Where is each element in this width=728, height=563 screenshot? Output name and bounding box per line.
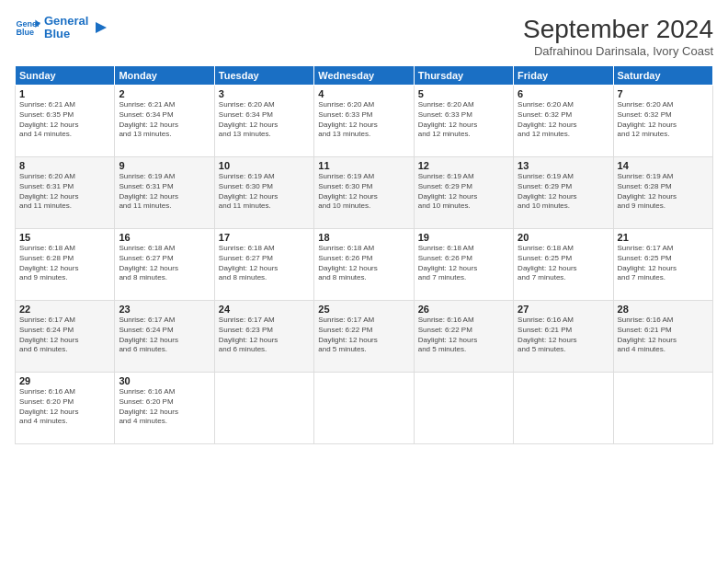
calendar-cell: 21 Sunrise: 6:17 AMSunset: 6:25 PMDaylig… bbox=[613, 229, 712, 301]
day-info: Sunrise: 6:16 AMSunset: 6:21 PMDaylight:… bbox=[518, 316, 609, 355]
calendar-cell: 5 Sunrise: 6:20 AMSunset: 6:33 PMDayligh… bbox=[414, 86, 513, 157]
day-info: Sunrise: 6:20 AMSunset: 6:33 PMDaylight:… bbox=[318, 100, 409, 140]
day-number: 26 bbox=[418, 304, 509, 315]
day-info: Sunrise: 6:18 AMSunset: 6:28 PMDaylight:… bbox=[19, 244, 110, 283]
day-number: 17 bbox=[219, 232, 310, 243]
header-thursday: Thursday bbox=[414, 66, 513, 86]
calendar-cell bbox=[214, 373, 313, 444]
svg-marker-3 bbox=[96, 22, 107, 33]
day-number: 8 bbox=[19, 160, 110, 171]
day-info: Sunrise: 6:20 AMSunset: 6:33 PMDaylight:… bbox=[418, 100, 509, 140]
calendar-cell bbox=[314, 373, 414, 444]
day-number: 12 bbox=[418, 160, 509, 171]
day-info: Sunrise: 6:17 AMSunset: 6:22 PMDaylight:… bbox=[318, 316, 409, 355]
day-info: Sunrise: 6:20 AMSunset: 6:31 PMDaylight:… bbox=[19, 172, 110, 212]
day-info: Sunrise: 6:19 AMSunset: 6:29 PMDaylight:… bbox=[418, 172, 509, 212]
calendar-cell: 13 Sunrise: 6:19 AMSunset: 6:29 PMDaylig… bbox=[514, 157, 613, 229]
calendar-cell: 26 Sunrise: 6:16 AMSunset: 6:22 PMDaylig… bbox=[414, 301, 513, 373]
day-number: 5 bbox=[418, 88, 509, 99]
calendar-cell: 30 Sunrise: 6:16 AMSunset: 6:20 PMDaylig… bbox=[115, 373, 214, 444]
day-number: 29 bbox=[19, 375, 110, 386]
day-info: Sunrise: 6:18 AMSunset: 6:27 PMDaylight:… bbox=[219, 244, 310, 283]
calendar-cell: 6 Sunrise: 6:20 AMSunset: 6:32 PMDayligh… bbox=[514, 86, 613, 157]
day-number: 20 bbox=[518, 232, 609, 243]
page-container: General Blue General Blue September 2024… bbox=[0, 0, 728, 563]
calendar-cell: 4 Sunrise: 6:20 AMSunset: 6:33 PMDayligh… bbox=[314, 86, 414, 157]
day-number: 14 bbox=[618, 160, 709, 171]
day-number: 16 bbox=[119, 232, 210, 243]
day-info: Sunrise: 6:21 AMSunset: 6:34 PMDaylight:… bbox=[119, 100, 210, 140]
day-number: 18 bbox=[318, 232, 409, 243]
day-number: 2 bbox=[119, 88, 210, 99]
day-number: 10 bbox=[219, 160, 310, 171]
day-info: Sunrise: 6:16 AMSunset: 6:20 PMDaylight:… bbox=[119, 387, 210, 427]
svg-text:Blue: Blue bbox=[16, 29, 34, 38]
logo: General Blue General Blue bbox=[15, 15, 110, 41]
calendar-cell: 19 Sunrise: 6:18 AMSunset: 6:26 PMDaylig… bbox=[414, 229, 513, 301]
day-number: 23 bbox=[119, 304, 210, 315]
calendar-cell: 10 Sunrise: 6:19 AMSunset: 6:30 PMDaylig… bbox=[214, 157, 313, 229]
day-info: Sunrise: 6:18 AMSunset: 6:26 PMDaylight:… bbox=[318, 244, 409, 283]
calendar-cell: 28 Sunrise: 6:16 AMSunset: 6:21 PMDaylig… bbox=[613, 301, 712, 373]
day-info: Sunrise: 6:17 AMSunset: 6:23 PMDaylight:… bbox=[219, 316, 310, 355]
calendar-cell: 9 Sunrise: 6:19 AMSunset: 6:31 PMDayligh… bbox=[115, 157, 214, 229]
header: General Blue General Blue September 2024… bbox=[15, 15, 713, 58]
calendar-cell: 3 Sunrise: 6:20 AMSunset: 6:34 PMDayligh… bbox=[214, 86, 313, 157]
day-info: Sunrise: 6:17 AMSunset: 6:25 PMDaylight:… bbox=[618, 244, 709, 283]
day-info: Sunrise: 6:16 AMSunset: 6:22 PMDaylight:… bbox=[418, 316, 509, 355]
calendar-cell: 16 Sunrise: 6:18 AMSunset: 6:27 PMDaylig… bbox=[115, 229, 214, 301]
header-wednesday: Wednesday bbox=[314, 66, 414, 86]
location-subtitle: Dafrahinou Darinsala, Ivory Coast bbox=[523, 44, 713, 58]
calendar-cell: 12 Sunrise: 6:19 AMSunset: 6:29 PMDaylig… bbox=[414, 157, 513, 229]
calendar-cell: 27 Sunrise: 6:16 AMSunset: 6:21 PMDaylig… bbox=[514, 301, 613, 373]
calendar-cell: 22 Sunrise: 6:17 AMSunset: 6:24 PMDaylig… bbox=[16, 301, 115, 373]
day-info: Sunrise: 6:20 AMSunset: 6:32 PMDaylight:… bbox=[618, 100, 709, 140]
day-number: 22 bbox=[19, 304, 110, 315]
day-number: 27 bbox=[518, 304, 609, 315]
logo-text-general: General bbox=[44, 15, 88, 28]
logo-arrow-icon bbox=[92, 18, 110, 37]
day-number: 6 bbox=[518, 88, 609, 99]
day-info: Sunrise: 6:17 AMSunset: 6:24 PMDaylight:… bbox=[119, 316, 210, 355]
header-monday: Monday bbox=[115, 66, 214, 86]
day-info: Sunrise: 6:19 AMSunset: 6:30 PMDaylight:… bbox=[219, 172, 310, 212]
calendar-week-row: 29 Sunrise: 6:16 AMSunset: 6:20 PMDaylig… bbox=[16, 373, 713, 444]
calendar-cell: 2 Sunrise: 6:21 AMSunset: 6:34 PMDayligh… bbox=[115, 86, 214, 157]
calendar-cell: 11 Sunrise: 6:19 AMSunset: 6:30 PMDaylig… bbox=[314, 157, 414, 229]
day-info: Sunrise: 6:21 AMSunset: 6:35 PMDaylight:… bbox=[19, 100, 110, 140]
day-number: 1 bbox=[19, 88, 110, 99]
calendar-cell bbox=[514, 373, 613, 444]
calendar-cell: 25 Sunrise: 6:17 AMSunset: 6:22 PMDaylig… bbox=[314, 301, 414, 373]
calendar-header-row: Sunday Monday Tuesday Wednesday Thursday… bbox=[16, 66, 713, 86]
header-sunday: Sunday bbox=[16, 66, 115, 86]
day-info: Sunrise: 6:19 AMSunset: 6:28 PMDaylight:… bbox=[618, 172, 709, 212]
calendar-cell: 1 Sunrise: 6:21 AMSunset: 6:35 PMDayligh… bbox=[16, 86, 115, 157]
calendar-cell: 14 Sunrise: 6:19 AMSunset: 6:28 PMDaylig… bbox=[613, 157, 712, 229]
day-number: 28 bbox=[618, 304, 709, 315]
calendar-cell: 20 Sunrise: 6:18 AMSunset: 6:25 PMDaylig… bbox=[514, 229, 613, 301]
calendar-week-row: 8 Sunrise: 6:20 AMSunset: 6:31 PMDayligh… bbox=[16, 157, 713, 229]
header-saturday: Saturday bbox=[613, 66, 712, 86]
calendar-table: Sunday Monday Tuesday Wednesday Thursday… bbox=[15, 65, 713, 444]
calendar-cell: 17 Sunrise: 6:18 AMSunset: 6:27 PMDaylig… bbox=[214, 229, 313, 301]
calendar-cell bbox=[414, 373, 513, 444]
day-number: 7 bbox=[618, 88, 709, 99]
day-info: Sunrise: 6:19 AMSunset: 6:29 PMDaylight:… bbox=[518, 172, 609, 212]
day-number: 11 bbox=[318, 160, 409, 171]
calendar-cell: 18 Sunrise: 6:18 AMSunset: 6:26 PMDaylig… bbox=[314, 229, 414, 301]
day-info: Sunrise: 6:18 AMSunset: 6:26 PMDaylight:… bbox=[418, 244, 509, 283]
calendar-cell: 23 Sunrise: 6:17 AMSunset: 6:24 PMDaylig… bbox=[115, 301, 214, 373]
day-info: Sunrise: 6:20 AMSunset: 6:32 PMDaylight:… bbox=[518, 100, 609, 140]
day-number: 24 bbox=[219, 304, 310, 315]
header-tuesday: Tuesday bbox=[214, 66, 313, 86]
day-info: Sunrise: 6:17 AMSunset: 6:24 PMDaylight:… bbox=[19, 316, 110, 355]
day-number: 25 bbox=[318, 304, 409, 315]
day-number: 13 bbox=[518, 160, 609, 171]
header-friday: Friday bbox=[514, 66, 613, 86]
day-info: Sunrise: 6:18 AMSunset: 6:25 PMDaylight:… bbox=[518, 244, 609, 283]
logo-text-blue: Blue bbox=[44, 28, 88, 40]
calendar-cell bbox=[613, 373, 712, 444]
title-section: September 2024 Dafrahinou Darinsala, Ivo… bbox=[523, 15, 713, 58]
day-number: 21 bbox=[618, 232, 709, 243]
calendar-cell: 29 Sunrise: 6:16 AMSunset: 6:20 PMDaylig… bbox=[16, 373, 115, 444]
